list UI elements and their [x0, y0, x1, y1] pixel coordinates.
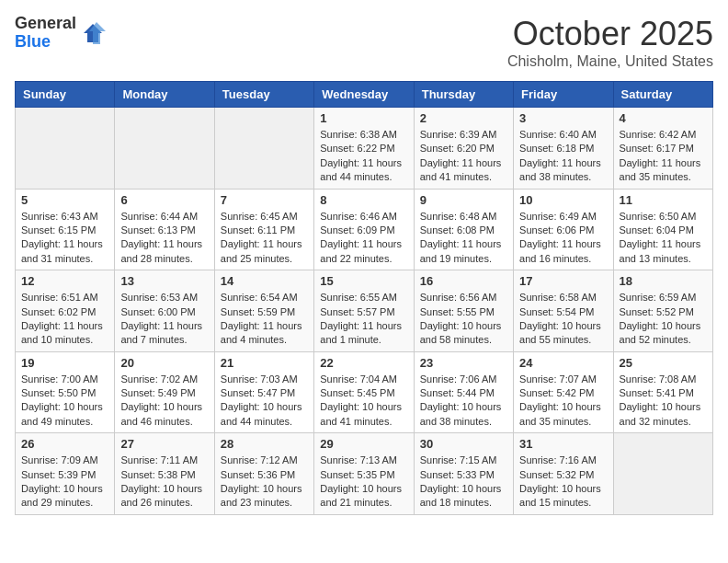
- calendar-cell: 19Sunrise: 7:00 AMSunset: 5:50 PMDayligh…: [16, 351, 115, 433]
- cell-content: Sunrise: 7:04 AMSunset: 5:45 PMDaylight:…: [320, 373, 407, 430]
- logo-blue: Blue: [15, 33, 76, 52]
- calendar-week-1: 1Sunrise: 6:38 AMSunset: 6:22 PMDaylight…: [16, 108, 713, 190]
- cell-content: Sunrise: 6:45 AMSunset: 6:11 PMDaylight:…: [221, 210, 308, 267]
- day-number: 30: [420, 437, 507, 451]
- day-number: 25: [620, 356, 707, 370]
- cell-content: Sunrise: 6:46 AMSunset: 6:09 PMDaylight:…: [320, 210, 407, 267]
- cell-content: Sunrise: 7:02 AMSunset: 5:49 PMDaylight:…: [120, 373, 208, 430]
- logo-general: General: [15, 15, 76, 33]
- page-header: General Blue October 2025 Chisholm, Main…: [15, 15, 713, 70]
- cell-content: Sunrise: 6:59 AMSunset: 5:52 PMDaylight:…: [620, 291, 707, 348]
- calendar-cell: 7Sunrise: 6:45 AMSunset: 6:11 PMDaylight…: [214, 189, 313, 270]
- day-number: 22: [320, 356, 407, 370]
- day-header-wednesday: Wednesday: [314, 82, 414, 108]
- calendar-cell: 12Sunrise: 6:51 AMSunset: 6:02 PMDayligh…: [16, 270, 115, 352]
- calendar-header-row: SundayMondayTuesdayWednesdayThursdayFrid…: [16, 82, 713, 108]
- calendar-cell: 29Sunrise: 7:13 AMSunset: 5:35 PMDayligh…: [314, 433, 414, 515]
- logo: General Blue: [15, 15, 106, 52]
- day-number: 12: [21, 274, 108, 288]
- day-number: 27: [120, 437, 208, 451]
- cell-content: Sunrise: 6:38 AMSunset: 6:22 PMDaylight:…: [320, 128, 407, 185]
- day-number: 9: [420, 193, 507, 207]
- day-number: 7: [221, 193, 308, 207]
- calendar-cell: 25Sunrise: 7:08 AMSunset: 5:41 PMDayligh…: [613, 351, 712, 433]
- day-number: 21: [221, 356, 308, 370]
- logo-icon: [80, 20, 106, 46]
- day-number: 14: [221, 274, 308, 288]
- day-number: 24: [519, 356, 607, 370]
- cell-content: Sunrise: 7:00 AMSunset: 5:50 PMDaylight:…: [21, 373, 108, 430]
- calendar-cell: 30Sunrise: 7:15 AMSunset: 5:33 PMDayligh…: [414, 433, 513, 515]
- calendar-cell: 21Sunrise: 7:03 AMSunset: 5:47 PMDayligh…: [214, 351, 313, 433]
- day-number: 26: [21, 437, 108, 451]
- day-header-saturday: Saturday: [613, 82, 712, 108]
- calendar-cell: 20Sunrise: 7:02 AMSunset: 5:49 PMDayligh…: [115, 351, 214, 433]
- calendar-cell: 15Sunrise: 6:55 AMSunset: 5:57 PMDayligh…: [314, 270, 414, 352]
- calendar-cell: 23Sunrise: 7:06 AMSunset: 5:44 PMDayligh…: [414, 351, 513, 433]
- cell-content: Sunrise: 7:08 AMSunset: 5:41 PMDaylight:…: [620, 373, 707, 430]
- calendar-cell: [613, 433, 712, 515]
- cell-content: Sunrise: 7:11 AMSunset: 5:38 PMDaylight:…: [120, 454, 208, 511]
- calendar-cell: 3Sunrise: 6:40 AMSunset: 6:18 PMDaylight…: [514, 108, 613, 190]
- day-number: 23: [420, 356, 507, 370]
- day-number: 11: [620, 193, 707, 207]
- calendar-week-4: 19Sunrise: 7:00 AMSunset: 5:50 PMDayligh…: [16, 351, 713, 433]
- cell-content: Sunrise: 6:49 AMSunset: 6:06 PMDaylight:…: [519, 210, 607, 267]
- day-number: 20: [120, 356, 208, 370]
- calendar-cell: 18Sunrise: 6:59 AMSunset: 5:52 PMDayligh…: [613, 270, 712, 352]
- calendar-cell: [214, 108, 313, 190]
- calendar-week-5: 26Sunrise: 7:09 AMSunset: 5:39 PMDayligh…: [16, 433, 713, 515]
- cell-content: Sunrise: 6:42 AMSunset: 6:17 PMDaylight:…: [620, 128, 707, 185]
- location: Chisholm, Maine, United States: [507, 53, 713, 70]
- day-number: 13: [120, 274, 208, 288]
- day-header-monday: Monday: [115, 82, 214, 108]
- calendar-cell: 13Sunrise: 6:53 AMSunset: 6:00 PMDayligh…: [115, 270, 214, 352]
- cell-content: Sunrise: 7:16 AMSunset: 5:32 PMDaylight:…: [519, 454, 607, 511]
- day-header-friday: Friday: [514, 82, 613, 108]
- calendar-cell: [16, 108, 115, 190]
- calendar-cell: 11Sunrise: 6:50 AMSunset: 6:04 PMDayligh…: [613, 189, 712, 270]
- calendar-cell: 27Sunrise: 7:11 AMSunset: 5:38 PMDayligh…: [115, 433, 214, 515]
- calendar-cell: 31Sunrise: 7:16 AMSunset: 5:32 PMDayligh…: [514, 433, 613, 515]
- calendar-table: SundayMondayTuesdayWednesdayThursdayFrid…: [15, 81, 713, 515]
- cell-content: Sunrise: 6:40 AMSunset: 6:18 PMDaylight:…: [519, 128, 607, 185]
- calendar-cell: 4Sunrise: 6:42 AMSunset: 6:17 PMDaylight…: [613, 108, 712, 190]
- cell-content: Sunrise: 7:13 AMSunset: 5:35 PMDaylight:…: [320, 454, 407, 511]
- cell-content: Sunrise: 6:51 AMSunset: 6:02 PMDaylight:…: [21, 291, 108, 348]
- day-number: 8: [320, 193, 407, 207]
- calendar-cell: 10Sunrise: 6:49 AMSunset: 6:06 PMDayligh…: [514, 189, 613, 270]
- cell-content: Sunrise: 7:07 AMSunset: 5:42 PMDaylight:…: [519, 373, 607, 430]
- day-number: 19: [21, 356, 108, 370]
- day-number: 29: [320, 437, 407, 451]
- calendar-cell: 26Sunrise: 7:09 AMSunset: 5:39 PMDayligh…: [16, 433, 115, 515]
- cell-content: Sunrise: 7:12 AMSunset: 5:36 PMDaylight:…: [221, 454, 308, 511]
- day-number: 31: [519, 437, 607, 451]
- day-number: 4: [620, 111, 707, 125]
- calendar-cell: 17Sunrise: 6:58 AMSunset: 5:54 PMDayligh…: [514, 270, 613, 352]
- day-header-tuesday: Tuesday: [214, 82, 313, 108]
- cell-content: Sunrise: 6:56 AMSunset: 5:55 PMDaylight:…: [420, 291, 507, 348]
- cell-content: Sunrise: 6:53 AMSunset: 6:00 PMDaylight:…: [120, 291, 208, 348]
- day-number: 1: [320, 111, 407, 125]
- month-title: October 2025: [507, 15, 713, 53]
- calendar-week-2: 5Sunrise: 6:43 AMSunset: 6:15 PMDaylight…: [16, 189, 713, 270]
- cell-content: Sunrise: 6:58 AMSunset: 5:54 PMDaylight:…: [519, 291, 607, 348]
- cell-content: Sunrise: 6:43 AMSunset: 6:15 PMDaylight:…: [21, 210, 108, 267]
- cell-content: Sunrise: 6:39 AMSunset: 6:20 PMDaylight:…: [420, 128, 507, 185]
- day-number: 17: [519, 274, 607, 288]
- cell-content: Sunrise: 6:48 AMSunset: 6:08 PMDaylight:…: [420, 210, 507, 267]
- calendar-cell: 24Sunrise: 7:07 AMSunset: 5:42 PMDayligh…: [514, 351, 613, 433]
- title-block: October 2025 Chisholm, Maine, United Sta…: [507, 15, 713, 70]
- calendar-cell: 14Sunrise: 6:54 AMSunset: 5:59 PMDayligh…: [214, 270, 313, 352]
- day-number: 5: [21, 193, 108, 207]
- calendar-cell: 2Sunrise: 6:39 AMSunset: 6:20 PMDaylight…: [414, 108, 513, 190]
- cell-content: Sunrise: 7:03 AMSunset: 5:47 PMDaylight:…: [221, 373, 308, 430]
- day-header-thursday: Thursday: [414, 82, 513, 108]
- cell-content: Sunrise: 6:54 AMSunset: 5:59 PMDaylight:…: [221, 291, 308, 348]
- day-number: 18: [620, 274, 707, 288]
- calendar-cell: 28Sunrise: 7:12 AMSunset: 5:36 PMDayligh…: [214, 433, 313, 515]
- day-number: 2: [420, 111, 507, 125]
- day-number: 15: [320, 274, 407, 288]
- cell-content: Sunrise: 7:15 AMSunset: 5:33 PMDaylight:…: [420, 454, 507, 511]
- day-number: 10: [519, 193, 607, 207]
